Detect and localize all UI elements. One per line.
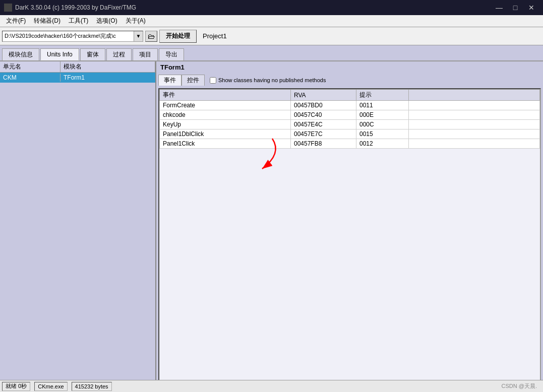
left-panel: 单元名 模块名 CKM TForm1 xyxy=(0,61,156,392)
menu-dump[interactable]: 转储器(D) xyxy=(30,16,65,26)
close-button[interactable]: ✕ xyxy=(524,3,539,13)
events-table: 事件 RVA 提示 FormCreate00457BD00011chkcode0… xyxy=(159,89,540,149)
minimize-button[interactable]: — xyxy=(492,3,507,13)
table-cell-empty xyxy=(409,110,540,120)
tab-module-info[interactable]: 模块信息 xyxy=(2,48,39,60)
tab-export[interactable]: 导出 xyxy=(159,48,184,60)
table-cell-hint: 000E xyxy=(356,110,409,120)
left-panel-rows: CKM TForm1 xyxy=(0,73,155,392)
col-hint-header: 提示 xyxy=(356,90,409,101)
path-text: D:\VS2019code\hacker\160个crackme\完成\c xyxy=(3,32,134,40)
app-icon xyxy=(4,4,12,12)
tab-project-label: 项目 xyxy=(139,50,151,59)
toolbar: D:\VS2019code\hacker\160个crackme\完成\c ▼ … xyxy=(0,27,543,45)
table-cell-rva: 00457FB8 xyxy=(291,139,356,149)
left-row[interactable]: CKM TForm1 xyxy=(0,73,155,83)
tab-procedures-label: 过程 xyxy=(113,50,125,59)
right-table-area: 事件 RVA 提示 FormCreate00457BD00011chkcode0… xyxy=(158,88,541,392)
content-split: 单元名 模块名 CKM TForm1 TForm1 事件 控件 xyxy=(0,61,543,392)
col-extra-header xyxy=(409,90,540,101)
table-row[interactable]: Panel1Click00457FB80012 xyxy=(160,139,540,149)
menu-bar: 文件(F) 转储器(D) 工具(T) 选项(O) 关于(A) xyxy=(0,15,543,27)
table-row[interactable]: FormCreate00457BD00011 xyxy=(160,101,540,110)
table-row[interactable]: Panel1DblClick00457E7C0015 xyxy=(160,129,540,139)
tab-module-info-label: 模块信息 xyxy=(9,50,33,59)
title-bar-left: DarK 3.50.04 (c) 1999-2003 by DaFixer/TM… xyxy=(4,4,136,12)
table-cell-rva: 00457C40 xyxy=(291,110,356,120)
menu-tools[interactable]: 工具(T) xyxy=(65,16,92,26)
right-panel-title: TForm1 xyxy=(156,61,543,73)
right-panel: TForm1 事件 控件 Show classes having no publ… xyxy=(156,61,543,392)
table-cell-rva: 00457BD0 xyxy=(291,101,356,110)
menu-about[interactable]: 关于(A) xyxy=(122,16,150,26)
table-cell-empty xyxy=(409,139,540,149)
table-cell-event: FormCreate xyxy=(160,101,291,110)
unit-name-cell: CKM xyxy=(0,74,61,82)
table-cell-hint: 0012 xyxy=(356,139,409,149)
tab-units-info-label: Units Info xyxy=(47,51,73,58)
table-cell-event: Panel1DblClick xyxy=(160,129,291,139)
main-tab-bar: 模块信息 Units Info 窗体 过程 项目 导出 xyxy=(0,45,543,61)
status-size: 415232 bytes xyxy=(72,382,112,391)
table-row[interactable]: chkcode00457C40000E xyxy=(160,110,540,120)
path-input-container: D:\VS2019code\hacker\160个crackme\完成\c ▼ xyxy=(2,31,143,42)
tab-export-label: 导出 xyxy=(165,50,177,59)
left-panel-header: 单元名 模块名 xyxy=(0,61,155,73)
show-classes-checkbox[interactable] xyxy=(210,77,216,84)
tab-units-info[interactable]: Units Info xyxy=(40,48,79,60)
main-area: 单元名 模块名 CKM TForm1 TForm1 事件 控件 xyxy=(0,61,543,392)
col-event-header: 事件 xyxy=(160,90,291,101)
table-cell-event: KeyUp xyxy=(160,120,291,129)
menu-file[interactable]: 文件(F) xyxy=(2,16,30,26)
right-tab-controls-label: 控件 xyxy=(187,76,199,85)
module-name-cell: TForm1 xyxy=(61,74,155,82)
table-cell-event: chkcode xyxy=(160,110,291,120)
status-text: 就绪 0秒 xyxy=(2,382,30,391)
title-bar-title: DarK 3.50.04 (c) 1999-2003 by DaFixer/TM… xyxy=(15,4,136,11)
show-classes-option: Show classes having no published methods xyxy=(210,77,326,84)
table-cell-hint: 0015 xyxy=(356,129,409,139)
title-bar: DarK 3.50.04 (c) 1999-2003 by DaFixer/TM… xyxy=(0,0,543,15)
tab-windows-label: 窗体 xyxy=(87,50,99,59)
status-filename: CKme.exe xyxy=(34,382,67,391)
table-cell-empty xyxy=(409,120,540,129)
table-cell-rva: 00457E7C xyxy=(291,129,356,139)
title-bar-controls: — □ ✕ xyxy=(492,3,539,13)
menu-options[interactable]: 选项(O) xyxy=(92,16,121,26)
path-dropdown-btn[interactable]: ▼ xyxy=(134,31,143,41)
col-rva-header: RVA xyxy=(291,90,356,101)
start-process-button[interactable]: 开始处理 xyxy=(159,30,197,43)
status-bar: 就绪 0秒 CKme.exe 415232 bytes CSDN @天晨. xyxy=(0,380,543,392)
folder-icon: 🗁 xyxy=(148,32,155,40)
tab-project[interactable]: 项目 xyxy=(133,48,158,60)
table-row[interactable]: KeyUp00457E4C000C xyxy=(160,120,540,129)
col-unit-header: 单元名 xyxy=(0,61,61,72)
show-classes-label: Show classes having no published methods xyxy=(218,77,326,83)
right-tab-events-label: 事件 xyxy=(164,76,176,85)
tab-windows[interactable]: 窗体 xyxy=(80,48,105,60)
browse-folder-button[interactable]: 🗁 xyxy=(145,31,157,42)
table-cell-rva: 00457E4C xyxy=(291,120,356,129)
table-cell-empty xyxy=(409,101,540,110)
table-cell-hint: 0011 xyxy=(356,101,409,110)
table-cell-event: Panel1Click xyxy=(160,139,291,149)
table-cell-hint: 000C xyxy=(356,120,409,129)
watermark: CSDN @天晨. xyxy=(502,382,541,390)
project-title: Project1 xyxy=(203,32,227,40)
maximize-button[interactable]: □ xyxy=(508,3,523,13)
right-tab-events[interactable]: 事件 xyxy=(158,75,182,86)
table-cell-empty xyxy=(409,129,540,139)
tab-procedures[interactable]: 过程 xyxy=(106,48,132,60)
right-tab-controls[interactable]: 控件 xyxy=(182,75,205,86)
col-module-header: 模块名 xyxy=(61,61,155,72)
